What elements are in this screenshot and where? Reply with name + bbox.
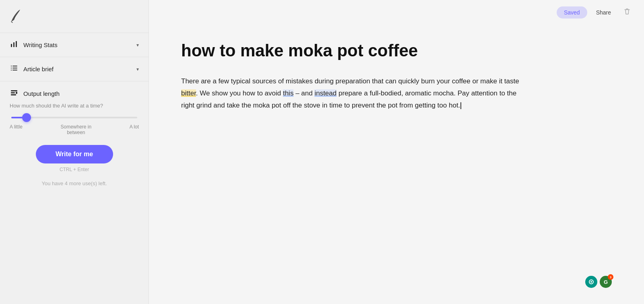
sidebar: Writing Stats ▾ Article brief — [0, 0, 149, 304]
logo-area — [0, 0, 149, 33]
slider-label-left: A little — [10, 124, 23, 130]
slider-label-right: A lot — [130, 124, 139, 130]
slider-labels: A little Somewhere in between A lot — [10, 124, 139, 135]
grammarly-badge: 3 — [608, 274, 613, 280]
svg-rect-6 — [12, 68, 17, 68]
highlighted-text-yellow: bitter — [181, 89, 196, 97]
svg-rect-7 — [11, 70, 12, 70]
svg-rect-0 — [11, 44, 12, 47]
output-length-icon — [10, 89, 19, 99]
wordtune-icon[interactable] — [585, 276, 597, 288]
writing-stats-label: Writing Stats — [23, 41, 58, 48]
svg-rect-11 — [11, 94, 16, 95]
uses-left-text: You have 4 more use(s) left. — [10, 180, 139, 186]
svg-rect-1 — [13, 42, 14, 47]
grammarly-icon[interactable]: G 3 — [600, 276, 612, 288]
logo-icon — [10, 9, 139, 25]
write-for-me-button[interactable]: Write for me — [36, 145, 113, 163]
sidebar-item-writing-stats[interactable]: Writing Stats ▾ — [0, 33, 149, 57]
topbar: Saved Share — [149, 0, 644, 25]
svg-rect-12 — [16, 92, 17, 94]
svg-rect-5 — [11, 68, 12, 68]
main-content-area: Saved Share how to make moka pot coffee … — [149, 0, 644, 304]
output-length-section: Output length How much should the AI wri… — [0, 81, 149, 196]
output-length-title: Output length — [23, 90, 60, 97]
chevron-down-icon: ▾ — [136, 42, 139, 48]
article-title: how to make moka pot coffee — [181, 41, 612, 61]
article-brief-label: Article brief — [23, 66, 54, 72]
saved-button[interactable]: Saved — [557, 6, 587, 19]
slider-label-center: Somewhere in between — [60, 124, 91, 135]
highlighted-text-blue: instead — [314, 89, 336, 97]
slider-track[interactable] — [11, 117, 137, 118]
svg-rect-2 — [16, 41, 17, 47]
chevron-down-icon-2: ▾ — [136, 66, 139, 72]
sidebar-item-article-brief[interactable]: Article brief ▾ — [0, 57, 149, 81]
svg-rect-3 — [11, 66, 12, 66]
slider-thumb[interactable] — [22, 113, 31, 122]
output-length-slider-container — [10, 117, 139, 118]
svg-point-14 — [590, 281, 592, 283]
text-cursor — [460, 102, 461, 109]
editor-extensions: G 3 — [585, 276, 612, 288]
output-length-description: How much should the AI write at a time? — [10, 103, 139, 109]
delete-button[interactable] — [620, 6, 634, 19]
svg-rect-8 — [12, 70, 17, 70]
list-icon — [10, 64, 19, 74]
svg-rect-10 — [11, 92, 15, 93]
keyboard-shortcut-hint: CTRL + Enter — [10, 167, 139, 172]
editor-area[interactable]: how to make moka pot coffee There are a … — [149, 25, 644, 304]
trash-icon — [623, 7, 631, 15]
article-body[interactable]: There are a few typical sources of mista… — [181, 75, 527, 111]
svg-rect-4 — [12, 66, 17, 66]
svg-rect-9 — [11, 90, 17, 91]
bar-chart-icon — [10, 40, 19, 50]
highlighted-text-blue: this — [283, 89, 293, 97]
share-button[interactable]: Share — [592, 6, 615, 19]
